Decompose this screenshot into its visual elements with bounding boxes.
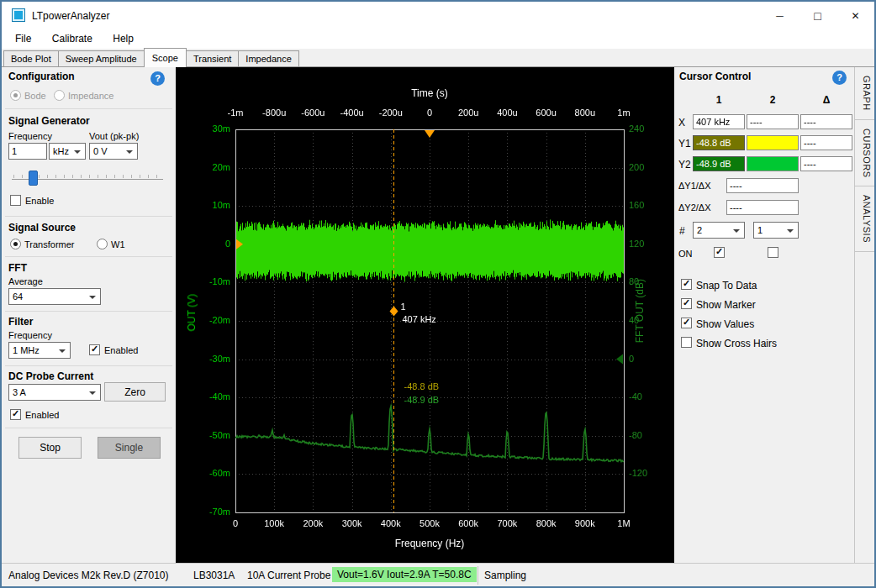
cursor1-x-value[interactable]: 407 kHz xyxy=(693,114,745,129)
fft-axis-tick: -40 xyxy=(629,391,662,402)
w1-radio[interactable] xyxy=(97,239,108,249)
time-axis-tick: -600u xyxy=(292,108,334,118)
dy1-dx-label: ΔY1/ΔX xyxy=(678,181,711,191)
cursor1-y1-value: -48.8 dB xyxy=(693,135,745,150)
out-axis-tick: -10m xyxy=(176,276,230,286)
time-axis-tick: 1m xyxy=(603,108,645,118)
filter-enabled-label: Enabled xyxy=(104,345,138,355)
dy2-dx-value: ---- xyxy=(726,200,799,215)
impedance-radio[interactable] xyxy=(54,90,65,101)
y2-row-label: Y2 xyxy=(678,159,691,171)
side-tab-cursors[interactable]: CURSORS xyxy=(855,120,875,187)
signal-generator-title: Signal Generator xyxy=(8,115,90,127)
average-select[interactable]: 64 xyxy=(8,288,101,305)
time-axis-tick: 600u xyxy=(525,108,567,118)
dc-probe-current-select[interactable]: 3 A xyxy=(8,384,101,401)
tab-impedance[interactable]: Impedance xyxy=(238,50,298,66)
frequency-axis-tick: 900k xyxy=(564,518,606,528)
configuration-title: Configuration xyxy=(8,71,75,82)
filter-frequency-label: Frequency xyxy=(8,330,52,340)
show-values-checkbox[interactable] xyxy=(681,318,692,328)
signal-generator-enable-label: Enable xyxy=(25,196,54,206)
fft-axis-title: FFT OUT (dB) xyxy=(634,279,646,343)
out-axis-tick: -30m xyxy=(176,354,230,364)
frequency-axis-tick: 1M xyxy=(603,518,645,528)
time-axis-tick: -1m xyxy=(214,108,256,118)
stop-button[interactable]: Stop xyxy=(18,437,82,459)
frequency-slider-thumb[interactable] xyxy=(29,171,38,186)
snap-to-data-checkbox[interactable] xyxy=(681,279,692,290)
vout-value: 0 V xyxy=(93,146,108,156)
signal-source-title: Signal Source xyxy=(8,222,76,234)
board-status: LB3031A xyxy=(193,570,235,581)
frequency-axis-tick: 400k xyxy=(370,518,412,528)
side-tab-analysis[interactable]: ANALYSIS xyxy=(855,186,875,252)
frequency-axis-tick: 700k xyxy=(486,518,528,528)
tab-scope[interactable]: Scope xyxy=(144,48,187,67)
y1-color-swatch[interactable] xyxy=(747,135,799,150)
frequency-unit-select[interactable]: kHz xyxy=(49,143,86,160)
show-values-label: Show Values xyxy=(696,318,754,330)
cursor-col-2-header: 2 xyxy=(747,94,799,106)
probe-status: 10A Current Probe xyxy=(247,570,330,581)
help-icon[interactable]: ? xyxy=(150,71,165,86)
dc-probe-enabled-checkbox[interactable] xyxy=(10,409,21,420)
plot-canvas[interactable] xyxy=(176,67,674,563)
cursor-control-panel: Cursor Control ? 1 2 Δ X 407 kHz ---- --… xyxy=(674,67,854,563)
status-separator xyxy=(478,566,478,585)
out-axis-tick: -60m xyxy=(176,468,230,478)
out-axis-tick: -50m xyxy=(176,430,230,440)
side-tab-graph[interactable]: GRAPH xyxy=(855,67,875,120)
filter-enabled-checkbox[interactable] xyxy=(89,344,100,355)
on-row-label: ON xyxy=(678,249,693,259)
time-axis-tick: -200u xyxy=(370,108,412,118)
tab-bode-plot[interactable]: Bode Plot xyxy=(3,50,59,66)
menu-file[interactable]: File xyxy=(7,29,40,48)
show-cross-hairs-checkbox[interactable] xyxy=(681,337,692,348)
delta-y2-value: ---- xyxy=(800,156,852,171)
divider xyxy=(5,108,172,109)
close-button[interactable]: ✕ xyxy=(836,2,874,29)
vout-select[interactable]: 0 V xyxy=(89,143,138,160)
frequency-axis-tick: 500k xyxy=(409,518,451,528)
help-icon[interactable]: ? xyxy=(832,71,847,85)
y1-row-label: Y1 xyxy=(678,138,691,150)
fft-axis-tick: 200 xyxy=(629,162,662,172)
bode-radio[interactable] xyxy=(10,90,21,101)
frequency-axis-tick: 300k xyxy=(331,518,373,528)
menu-help[interactable]: Help xyxy=(104,29,142,48)
menu-bar: File Calibrate Help xyxy=(2,29,874,49)
y2-color-swatch[interactable] xyxy=(747,156,799,171)
cursor2-on-checkbox[interactable] xyxy=(768,247,778,258)
fft-title: FFT xyxy=(8,262,27,274)
snap-to-data-label: Snap To Data xyxy=(696,280,757,291)
out-axis-tick: -20m xyxy=(176,315,230,325)
divider xyxy=(5,428,172,428)
show-marker-label: Show Marker xyxy=(696,299,756,311)
filter-frequency-select[interactable]: 1 MHz xyxy=(8,342,71,359)
out-axis-tick: -40m xyxy=(176,391,230,402)
cursor1-number-value: 2 xyxy=(697,225,702,235)
tab-transient[interactable]: Transient xyxy=(186,50,239,66)
frequency-input[interactable] xyxy=(8,143,47,160)
cursor1-number-select[interactable]: 2 xyxy=(693,222,745,239)
cursor1-on-checkbox[interactable] xyxy=(714,247,725,258)
maximize-button[interactable]: □ xyxy=(799,2,836,29)
time-axis-tick: -800u xyxy=(253,108,295,118)
show-marker-checkbox[interactable] xyxy=(681,298,692,309)
fft-axis-tick: 80 xyxy=(629,276,662,286)
signal-generator-enable-checkbox[interactable] xyxy=(10,195,21,206)
device-status: Analog Devices M2k Rev.D (Z7010) xyxy=(8,570,169,581)
cursor2-x-value[interactable]: ---- xyxy=(747,114,799,129)
w1-radio-label: W1 xyxy=(111,239,125,249)
transformer-radio[interactable] xyxy=(10,239,21,249)
menu-calibrate[interactable]: Calibrate xyxy=(44,29,101,48)
dc-probe-current-value: 3 A xyxy=(13,387,26,397)
zero-button[interactable]: Zero xyxy=(104,382,166,402)
cursor1-y2-value: -48.9 dB xyxy=(693,156,745,171)
cursor2-number-select[interactable]: 1 xyxy=(753,222,799,239)
delta-x-value: ---- xyxy=(800,114,852,129)
minimize-button[interactable]: ─ xyxy=(761,2,799,29)
tab-sweep-amplitude[interactable]: Sweep Amplitude xyxy=(58,50,145,66)
frequency-axis-tick: 600k xyxy=(447,518,489,528)
